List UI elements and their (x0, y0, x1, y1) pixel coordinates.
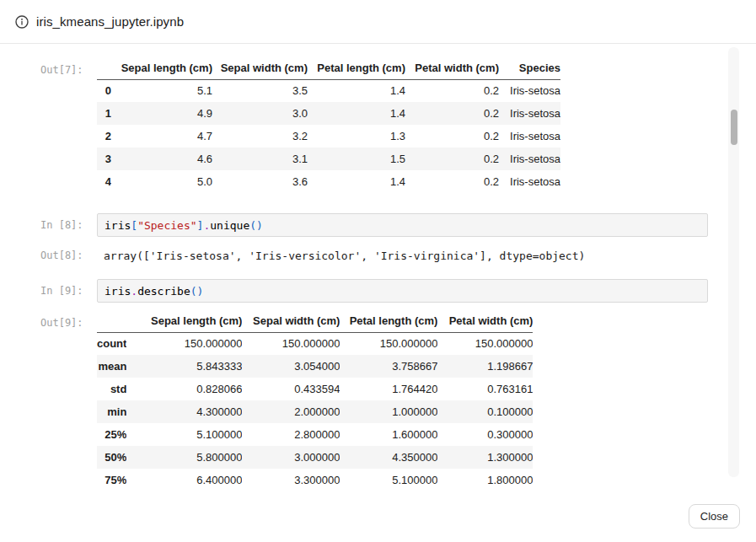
table-cell: 6.400000 (126, 469, 242, 491)
row-index: 50% (97, 446, 126, 469)
row-index: 75% (97, 469, 126, 491)
header-row: Sepal length (cm)Sepal width (cm)Petal l… (97, 57, 560, 79)
row-index: 3 (97, 148, 111, 170)
close-button[interactable]: Close (689, 504, 740, 529)
table-cell: 1.5 (308, 148, 405, 170)
code-token: ] (197, 219, 204, 232)
table-cell: 5.100000 (126, 423, 242, 446)
table-row: min4.3000002.0000001.0000000.100000 (97, 400, 533, 423)
table-cell: 1.764420 (340, 378, 437, 400)
table-cell: 2.000000 (242, 400, 340, 423)
table-cell: 0.2 (405, 125, 499, 148)
column-header: Sepal width (cm) (242, 310, 340, 332)
table-cell: 2.800000 (242, 423, 340, 446)
table-cell: 3.0 (212, 102, 308, 125)
array-output-text: array(['Iris-setosa', 'Iris-versicolor',… (97, 243, 585, 262)
table-cell: 3.758667 (340, 355, 437, 378)
table-cell: 4.300000 (126, 400, 242, 423)
table-row: 34.63.11.50.2Iris-setosa (97, 148, 560, 170)
table-cell: Iris-setosa (499, 148, 560, 170)
table-row: 50%5.8000003.0000004.3500001.300000 (97, 446, 533, 469)
input-cell-9: In [9]: iris.describe() (40, 279, 756, 303)
table-cell: 5.800000 (126, 446, 242, 469)
code-token: ( (249, 219, 256, 232)
code-token: describe (137, 285, 190, 298)
table-cell: 1.3 (308, 125, 405, 148)
table-cell: 0.100000 (437, 400, 533, 423)
table-cell: 3.6 (212, 170, 308, 193)
code-token: unique (210, 219, 249, 232)
table-cell: 150.000000 (340, 332, 437, 355)
info-icon[interactable] (15, 15, 29, 29)
table-cell: 1.600000 (340, 423, 437, 446)
row-index: 0 (97, 79, 111, 102)
code-token: ) (197, 285, 204, 298)
table-cell: 1.800000 (437, 469, 533, 491)
table-cell: 1.4 (308, 102, 405, 125)
table-cell: 0.828066 (126, 378, 242, 400)
row-index: std (97, 378, 126, 400)
out-prompt-label: Out[8]: (40, 243, 97, 261)
table-cell: 1.300000 (437, 446, 533, 469)
table-cell: 3.5 (212, 79, 308, 102)
table-cell: 1.4 (308, 170, 405, 193)
scrollbar-track[interactable] (728, 47, 739, 477)
row-index: min (97, 400, 126, 423)
code-cell: iris.describe() (97, 279, 708, 303)
table-cell: 3.000000 (242, 446, 340, 469)
table-cell: 4.9 (111, 102, 212, 125)
scrollbar-thumb[interactable] (731, 110, 737, 145)
index-corner (97, 310, 126, 332)
table-cell: 150.000000 (242, 332, 340, 355)
table-row: 25%5.1000002.8000001.6000000.300000 (97, 423, 533, 446)
column-header: Petal width (cm) (405, 57, 499, 79)
table-cell: Iris-setosa (499, 125, 560, 148)
table-cell: Iris-setosa (499, 170, 560, 193)
column-header: Sepal length (cm) (111, 57, 212, 79)
column-header: Petal length (cm) (340, 310, 437, 332)
column-header: Petal width (cm) (437, 310, 533, 332)
code-token: . (203, 219, 210, 232)
index-corner (97, 57, 111, 79)
table-cell: 0.763161 (437, 378, 533, 400)
column-header: Sepal length (cm) (126, 310, 242, 332)
table-cell: Iris-setosa (499, 102, 560, 125)
output-cell-9: Out[9]: Sepal length (cm)Sepal width (cm… (40, 310, 756, 491)
table-cell: 3.1 (212, 148, 308, 170)
column-header: Species (499, 57, 560, 79)
table-cell: 3.054000 (242, 355, 340, 378)
column-header: Petal length (cm) (308, 57, 405, 79)
code-cell: iris["Species"].unique() (97, 213, 708, 237)
table-cell: 150.000000 (126, 332, 242, 355)
row-index: mean (97, 355, 126, 378)
input-cell-8: In [8]: iris["Species"].unique() (40, 213, 756, 237)
in-prompt-label: In [9]: (40, 279, 97, 297)
out-prompt-label: Out[7]: (40, 57, 97, 76)
row-index: 25% (97, 423, 126, 446)
code-token: . (131, 285, 137, 298)
code-token: iris (105, 219, 131, 232)
row-index: 4 (97, 170, 111, 193)
table-cell: 1.000000 (340, 400, 437, 423)
in-prompt-label: In [8]: (40, 213, 97, 231)
table-cell: 0.2 (405, 148, 499, 170)
table-row: std0.8280660.4335941.7644200.763161 (97, 378, 533, 400)
table-cell: 5.1 (111, 79, 212, 102)
dialog-header: iris_kmeans_jupyter.ipynb (0, 0, 756, 44)
code-token: [ (131, 219, 137, 232)
table-cell: 150.000000 (437, 332, 533, 355)
table-cell: 1.198667 (437, 355, 533, 378)
table-cell: 0.2 (405, 79, 499, 102)
table-row: 45.03.61.40.2Iris-setosa (97, 170, 560, 193)
table-row: mean5.8433333.0540003.7586671.198667 (97, 355, 533, 378)
out-prompt-label: Out[9]: (40, 310, 97, 329)
table-cell: 5.100000 (340, 469, 437, 491)
table-cell: 1.4 (308, 79, 405, 102)
column-header: Sepal width (cm) (212, 57, 308, 79)
file-title: iris_kmeans_jupyter.ipynb (36, 14, 184, 29)
table-row: 05.13.51.40.2Iris-setosa (97, 79, 560, 102)
table-row: 75%6.4000003.3000005.1000001.800000 (97, 469, 533, 491)
code-token: ) (256, 219, 263, 232)
iris-describe-table: Sepal length (cm)Sepal width (cm)Petal l… (97, 310, 533, 491)
table-cell: 0.2 (405, 102, 499, 125)
